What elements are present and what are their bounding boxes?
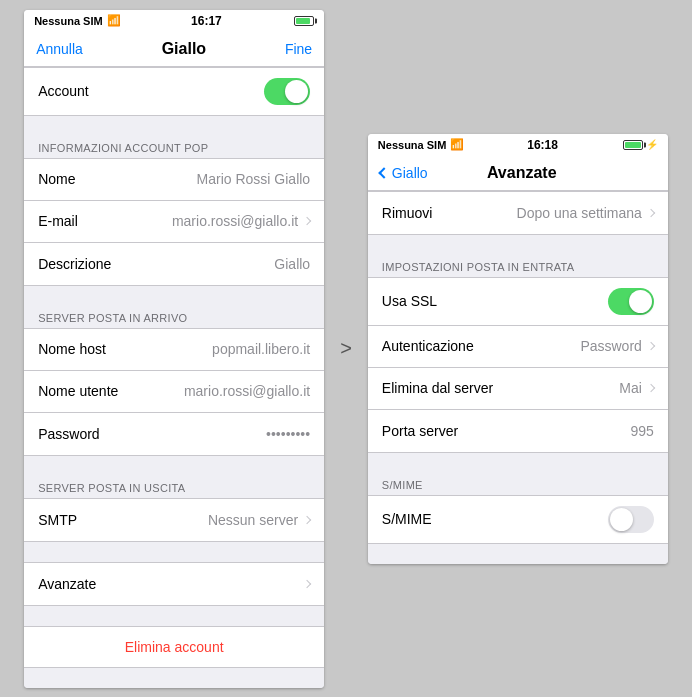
smtp-label: SMTP xyxy=(38,512,118,528)
porta-server-row: Porta server 995 xyxy=(368,410,668,452)
carrier-signal-2: Nessuna SIM 📶 xyxy=(378,138,464,151)
section-header-smime: S/MIME xyxy=(368,473,668,495)
battery-icon-2 xyxy=(623,140,643,150)
descrizione-value: Giallo xyxy=(274,256,310,272)
wifi-icon-1: 📶 xyxy=(107,14,121,27)
account-group: Account xyxy=(24,67,324,116)
time-2: 16:18 xyxy=(527,138,558,152)
elimina-server-row[interactable]: Elimina dal server Mai xyxy=(368,368,668,410)
back-label: Giallo xyxy=(392,165,428,181)
spacer-s2-2 xyxy=(368,453,668,473)
rimuovi-arrow xyxy=(647,208,655,216)
spacer-s2-3 xyxy=(368,544,668,564)
email-label: E-mail xyxy=(38,213,118,229)
toggle-knob xyxy=(285,80,308,103)
rimuovi-row[interactable]: Rimuovi Dopo una settimana xyxy=(368,192,668,234)
smtp-row[interactable]: SMTP Nessun server xyxy=(24,499,324,541)
spacer-5 xyxy=(24,606,324,626)
descrizione-row: Descrizione Giallo xyxy=(24,243,324,285)
password-value: ••••••••• xyxy=(266,426,310,442)
spacer-4 xyxy=(24,542,324,562)
avanzate-row[interactable]: Avanzate xyxy=(24,563,324,605)
battery-fill-2 xyxy=(625,142,641,148)
back-chevron-icon xyxy=(378,167,389,178)
descrizione-label: Descrizione xyxy=(38,256,118,272)
avanzate-arrow xyxy=(304,581,310,587)
section-header-arrivo: SERVER POSTA IN ARRIVO xyxy=(24,306,324,328)
nav-bar-1: Annulla Giallo Fine xyxy=(24,32,324,67)
charging-icon: ⚡ xyxy=(646,139,658,150)
rimuovi-label: Rimuovi xyxy=(382,205,462,221)
smtp-value: Nessun server xyxy=(208,512,310,528)
autenticazione-label: Autenticazione xyxy=(382,338,474,354)
smime-group: S/MIME xyxy=(368,495,668,544)
usa-ssl-label: Usa SSL xyxy=(382,293,462,309)
nomeutente-label: Nome utente xyxy=(38,383,118,399)
avanzate-label: Avanzate xyxy=(38,576,118,592)
elimina-server-arrow xyxy=(647,384,655,392)
email-row[interactable]: E-mail mario.rossi@giallo.it xyxy=(24,201,324,243)
rimuovi-value: Dopo una settimana xyxy=(517,205,654,221)
smime-toggle-knob xyxy=(610,508,633,531)
nav-title-1: Giallo xyxy=(162,40,206,58)
account-label: Account xyxy=(38,83,118,99)
screen-giallo: Nessuna SIM 📶 16:17 Annulla Giallo Fine … xyxy=(24,10,324,688)
back-button[interactable]: Giallo xyxy=(380,165,428,181)
done-button[interactable]: Fine xyxy=(285,41,312,57)
smime-label: S/MIME xyxy=(382,511,462,527)
status-bar-1: Nessuna SIM 📶 16:17 xyxy=(24,10,324,32)
arrivo-group: Nome host popmail.libero.it Nome utente … xyxy=(24,328,324,456)
spacer-3 xyxy=(24,456,324,476)
status-bar-2: Nessuna SIM 📶 16:18 ⚡ xyxy=(368,134,668,156)
delete-account-button[interactable]: Elimina account xyxy=(24,626,324,668)
email-arrow xyxy=(303,217,311,225)
smime-row[interactable]: S/MIME xyxy=(368,496,668,543)
avanzate-chevron xyxy=(303,579,311,587)
uscita-group: SMTP Nessun server xyxy=(24,498,324,542)
account-toggle[interactable] xyxy=(264,78,310,105)
rimuovi-value-text: Dopo una settimana xyxy=(517,205,642,221)
spacer-6 xyxy=(24,668,324,688)
usa-ssl-row[interactable]: Usa SSL xyxy=(368,278,668,326)
section-header-uscita: SERVER POSTA IN USCITA xyxy=(24,476,324,498)
status-icons-1 xyxy=(292,16,314,26)
spacer-s2-1 xyxy=(368,235,668,255)
cancel-button[interactable]: Annulla xyxy=(36,41,83,57)
entrata-group: Usa SSL Autenticazione Password Elimina … xyxy=(368,277,668,453)
password-row: Password ••••••••• xyxy=(24,413,324,455)
password-label: Password xyxy=(38,426,118,442)
porta-server-value: 995 xyxy=(630,423,653,439)
nav-bar-2: Giallo Avanzate xyxy=(368,156,668,191)
wifi-icon-2: 📶 xyxy=(450,138,464,151)
spacer-1 xyxy=(24,116,324,136)
battery-fill-1 xyxy=(296,18,310,24)
email-value: mario.rossi@giallo.it xyxy=(172,213,310,229)
transition-arrow: > xyxy=(340,337,352,360)
smime-toggle[interactable] xyxy=(608,506,654,533)
elimina-server-value: Mai xyxy=(619,380,654,396)
nome-value: Mario Rossi Giallo xyxy=(197,171,311,187)
avanzate-group: Avanzate xyxy=(24,562,324,606)
nav-title-2: Avanzate xyxy=(487,164,557,182)
porta-server-label: Porta server xyxy=(382,423,462,439)
time-1: 16:17 xyxy=(191,14,222,28)
nome-row: Nome Mario Rossi Giallo xyxy=(24,159,324,201)
nomeutente-value: mario.rossi@giallo.it xyxy=(184,383,310,399)
nome-label: Nome xyxy=(38,171,118,187)
nomehost-label: Nome host xyxy=(38,341,118,357)
nomehost-value: popmail.libero.it xyxy=(212,341,310,357)
autenticazione-arrow xyxy=(647,342,655,350)
nomehost-row: Nome host popmail.libero.it xyxy=(24,329,324,371)
spacer-2 xyxy=(24,286,324,306)
status-icons-2: ⚡ xyxy=(621,139,658,150)
screen-avanzate: Nessuna SIM 📶 16:18 ⚡ Giallo Avanzate xyxy=(368,134,668,564)
rimuovi-group: Rimuovi Dopo una settimana xyxy=(368,191,668,235)
carrier-label-1: Nessuna SIM xyxy=(34,15,102,27)
carrier-signal-1: Nessuna SIM 📶 xyxy=(34,14,120,27)
section-header-pop: INFORMAZIONI ACCOUNT POP xyxy=(24,136,324,158)
elimina-server-label: Elimina dal server xyxy=(382,380,493,396)
usa-ssl-toggle[interactable] xyxy=(608,288,654,315)
smtp-arrow xyxy=(303,515,311,523)
autenticazione-row[interactable]: Autenticazione Password xyxy=(368,326,668,368)
account-row[interactable]: Account xyxy=(24,68,324,115)
